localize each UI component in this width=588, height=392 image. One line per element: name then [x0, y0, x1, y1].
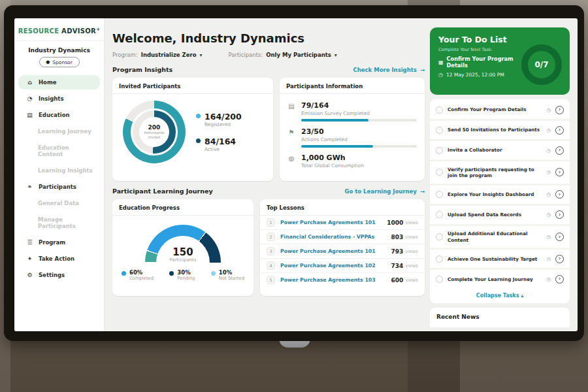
- task-checkbox[interactable]: [436, 169, 443, 176]
- lesson-row-5[interactable]: 5 Power Purchase Agreements 103 600 view…: [260, 273, 425, 287]
- task-time-icon: ◷: [546, 148, 551, 154]
- task-chevron-button[interactable]: ›: [555, 146, 564, 155]
- sidebar-item-learning-insights[interactable]: Learning Insights: [18, 163, 100, 178]
- views-suffix: views: [405, 278, 418, 283]
- program-filter-value: Industrialize Zero: [141, 52, 197, 58]
- sidebar: RESOURCE ADVISOR+ Industry Dynamics ● Sp…: [14, 18, 105, 331]
- task-checkbox[interactable]: [436, 276, 443, 283]
- task-time-icon: ◷: [546, 256, 551, 262]
- sidebar-item-education[interactable]: ▤ Education: [18, 108, 100, 122]
- todo-item-4[interactable]: Verify participants requesting to join t…: [430, 161, 570, 186]
- todo-item-8[interactable]: Achieve One Sustainability Target ◷ ›: [430, 250, 570, 270]
- emission-survey-value: 79/164: [301, 101, 417, 110]
- todo-item-1[interactable]: Confirm Your Program Details ◷ ›: [430, 101, 570, 121]
- lesson-row-2[interactable]: 2 Financial Considerations - VPPAs 803 v…: [260, 230, 425, 244]
- lesson-row-4[interactable]: 4 Power Purchase Agreements 102 734 view…: [260, 259, 425, 273]
- sidebar-item-manage-participants[interactable]: Manage Participants: [18, 212, 100, 233]
- task-time-icon: ◷: [546, 107, 551, 113]
- program-dropdown[interactable]: Program: Industrialize Zero ▾: [112, 52, 203, 58]
- todo-progress-ring: 0/7: [521, 44, 562, 85]
- completed-pct: 60%: [129, 269, 154, 276]
- sidebar-item-label: General Data: [38, 200, 79, 206]
- participants-dropdown[interactable]: Participants: Only My Participants ▾: [229, 52, 337, 58]
- gauge-center: 150 Participants: [145, 248, 221, 263]
- task-checkbox[interactable]: [436, 191, 443, 198]
- lesson-rank: 2: [267, 233, 275, 241]
- clock-icon: ◷: [438, 72, 443, 78]
- sidebar-item-settings[interactable]: ⚙ Settings: [18, 268, 100, 282]
- todo-item-9[interactable]: Complete Your Learning Journey ◷ ›: [430, 270, 570, 288]
- sponsor-badge[interactable]: ● Sponsor: [39, 57, 80, 67]
- program-insights-header: Program Insights Check More Insights →: [112, 66, 425, 73]
- views-suffix: views: [405, 235, 418, 240]
- take-action-icon: ✦: [26, 255, 33, 262]
- task-checkbox[interactable]: [436, 147, 443, 154]
- todo-panel: Your To Do List Complete Your Next Task:…: [430, 27, 570, 331]
- todo-item-6[interactable]: Upload Spend Data Records ◷ ›: [430, 206, 570, 226]
- task-checkbox[interactable]: [436, 233, 443, 240]
- insights-icon: ◔: [26, 95, 33, 102]
- task-chevron-button[interactable]: ›: [555, 126, 564, 135]
- actions-icon: ⚑: [287, 129, 295, 148]
- lesson-title-link[interactable]: Financial Considerations - VPPAs: [280, 234, 391, 240]
- task-label: Achieve One Sustainability Target: [448, 256, 542, 262]
- todo-item-2[interactable]: Send 50 Invitations to Participants ◷ ›: [430, 121, 570, 141]
- participants-filter-value: Only My Participants: [266, 52, 331, 58]
- lesson-title-link[interactable]: Power Purchase Agreements 103: [280, 277, 391, 283]
- views-suffix: views: [405, 263, 418, 269]
- check-more-insights-link[interactable]: Check More Insights →: [353, 67, 425, 73]
- sidebar-item-insights[interactable]: ◔ Insights: [18, 91, 100, 106]
- participants-filter-label: Participants:: [229, 52, 263, 58]
- completed-label: Completed: [129, 276, 154, 281]
- sidebar-item-education-content[interactable]: Education Content: [18, 140, 100, 161]
- sidebar-item-program[interactable]: ☰ Program: [18, 235, 100, 250]
- sidebar-item-take-action[interactable]: ✦ Take Action: [18, 252, 100, 266]
- todo-list-card: Confirm Your Program Details ◷ › Send 50…: [430, 99, 570, 303]
- task-time-icon: ◷: [546, 212, 551, 218]
- sidebar-item-general-data[interactable]: General Data: [18, 196, 100, 210]
- chevron-right-icon: ›: [559, 147, 561, 153]
- chevron-right-icon: ›: [559, 212, 561, 218]
- todo-item-5[interactable]: Explore Your Insights Dashboard ◷ ›: [430, 186, 570, 206]
- task-chevron-button[interactable]: ›: [555, 255, 564, 263]
- sidebar-item-label: Learning Insights: [38, 167, 93, 174]
- task-chevron-button[interactable]: ›: [555, 275, 564, 284]
- active-label: Active: [204, 146, 236, 152]
- lesson-title-link[interactable]: Power Purchase Agreements 102: [280, 263, 391, 269]
- lesson-title-link[interactable]: Power Purchase Agreements 101: [280, 248, 391, 254]
- legend-active: 84/164 Active: [196, 137, 242, 152]
- monitor-bezel: RESOURCE ADVISOR+ Industry Dynamics ● Sp…: [4, 5, 584, 341]
- actions-completed-label: Actions Completed: [301, 137, 417, 142]
- org-name: Industry Dynamics: [14, 47, 104, 54]
- sidebar-item-participants[interactable]: ⚭ Participants: [18, 180, 100, 194]
- chevron-down-icon: ▾: [335, 52, 337, 58]
- go-to-learning-journey-link[interactable]: Go to Learning Journey →: [344, 188, 425, 195]
- task-label: Upload Spend Data Records: [448, 212, 542, 218]
- lesson-row-1[interactable]: 1 Power Purchase Agreements 101 1000 vie…: [260, 216, 425, 230]
- consumption-icon: ◍: [287, 155, 295, 171]
- sidebar-item-home[interactable]: ⌂ Home: [18, 75, 100, 90]
- task-chevron-button[interactable]: ›: [555, 106, 564, 114]
- consumption-value: 1,000 GWh: [301, 154, 417, 162]
- task-label: Verify participants requesting to join t…: [448, 167, 542, 179]
- todo-item-3[interactable]: Invite a Collaborator ◷ ›: [430, 141, 570, 161]
- task-chevron-button[interactable]: ›: [555, 210, 564, 219]
- task-chevron-button[interactable]: ›: [555, 168, 564, 176]
- lesson-row-3[interactable]: 3 Power Purchase Agreements 101 793 view…: [260, 244, 425, 259]
- sidebar-item-label: Take Action: [39, 255, 74, 262]
- task-chevron-button[interactable]: ›: [555, 190, 564, 199]
- task-time-icon: ◷: [546, 234, 551, 240]
- sidebar-item-label: Education: [39, 112, 70, 118]
- task-checkbox[interactable]: [436, 255, 443, 263]
- sidebar-item-learning-journey[interactable]: Learning Journey: [18, 124, 100, 139]
- task-chevron-button[interactable]: ›: [555, 233, 564, 241]
- todo-item-7[interactable]: Upload Additional Educational Content ◷ …: [430, 226, 570, 250]
- task-checkbox[interactable]: [436, 211, 443, 218]
- todo-hero-card: Your To Do List Complete Your Next Task:…: [430, 27, 570, 95]
- task-checkbox[interactable]: [436, 106, 443, 114]
- collapse-tasks-link[interactable]: Collapse Tasks ▴: [430, 288, 570, 303]
- section-title: Participant Learning Journey: [112, 188, 213, 195]
- active-value: 84/164: [204, 137, 236, 146]
- task-checkbox[interactable]: [436, 127, 443, 134]
- lesson-title-link[interactable]: Power Purchase Agreements 101: [280, 220, 387, 225]
